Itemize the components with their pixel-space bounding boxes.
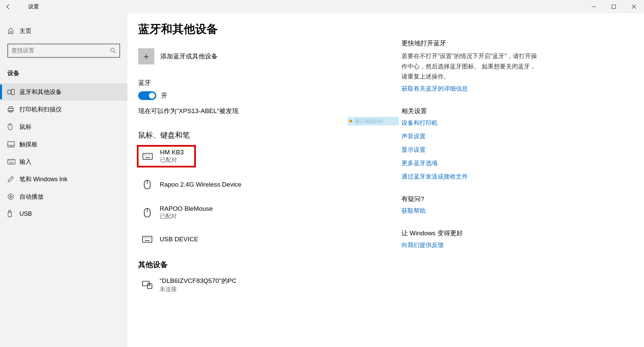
usb-icon — [7, 210, 19, 217]
sidebar: 主页 设备 蓝牙和其他设备打印机和扫描仪鼠标触摸板输入笔和 Windows In… — [0, 13, 127, 347]
sidebar-item-7[interactable]: USB — [0, 205, 127, 222]
device-name: USB DEVICE — [160, 236, 198, 243]
device-name: Rapoo 2.4G Wireless Device — [160, 181, 241, 188]
pc-icon — [141, 281, 154, 289]
help-panel: 更快地打开蓝牙 若要在不打开"设置"的情况下开启"蓝牙"，请打开操作中心，然后选… — [401, 21, 539, 347]
help-get-help-link[interactable]: 获取帮助 — [401, 207, 539, 215]
sidebar-item-label: 自动播放 — [19, 193, 44, 201]
svg-rect-5 — [11, 89, 14, 95]
keyboard-icon — [7, 159, 19, 164]
close-button[interactable] — [624, 0, 644, 13]
device-status: 已配对 — [160, 212, 213, 220]
section-other-devices: 其他设备 — [138, 260, 401, 270]
help-quick-open-header: 更快地打开蓝牙 — [401, 39, 539, 48]
add-device-label: 添加蓝牙或其他设备 — [160, 52, 218, 61]
related-link-3[interactable]: 更多蓝牙选项 — [401, 159, 539, 167]
sidebar-item-label: 蓝牙和其他设备 — [19, 88, 62, 96]
minimize-icon — [591, 4, 596, 9]
recording-dot-icon — [350, 120, 352, 122]
add-device-button[interactable]: ＋ — [138, 48, 154, 64]
sidebar-item-6[interactable]: 自动播放 — [0, 188, 127, 205]
window-controls — [584, 0, 644, 13]
search-box[interactable] — [7, 44, 120, 58]
sidebar-item-2[interactable]: 鼠标 — [0, 118, 127, 136]
content-area: 主页 设备 蓝牙和其他设备打印机和扫描仪鼠标触摸板输入笔和 Windows In… — [0, 13, 644, 347]
mouse-icon — [7, 123, 19, 131]
bluetooth-toggle-row: 开 — [138, 91, 401, 100]
sidebar-item-4[interactable]: 输入 — [0, 153, 127, 170]
device-item[interactable]: Rapoo 2.4G Wireless Device — [138, 176, 401, 193]
device-name: HM KB3 — [160, 149, 184, 156]
printer-icon — [7, 106, 19, 113]
help-bluetooth-details-link[interactable]: 获取有关蓝牙的详细信息 — [401, 85, 539, 93]
pen-icon — [7, 176, 19, 183]
svg-rect-1 — [612, 5, 616, 9]
sidebar-section-header: 设备 — [0, 67, 127, 83]
device-item[interactable]: USB DEVICE — [138, 232, 401, 246]
window-title: 设置 — [28, 3, 39, 10]
back-button[interactable] — [0, 0, 16, 13]
search-icon — [110, 48, 116, 54]
title-bar: 设置 — [0, 0, 644, 13]
search-input[interactable] — [11, 47, 110, 54]
svg-rect-4 — [8, 90, 11, 94]
mouse-icon — [141, 208, 154, 218]
device-status: 已配对 — [160, 156, 184, 164]
related-link-2[interactable]: 显示设置 — [401, 146, 539, 154]
bluetooth-label: 蓝牙 — [138, 79, 401, 87]
mouse-icon — [141, 180, 154, 190]
bluetooth-toggle[interactable] — [138, 91, 156, 100]
related-link-1[interactable]: 声音设置 — [401, 132, 539, 140]
minimize-button[interactable] — [584, 0, 604, 13]
svg-rect-21 — [9, 210, 11, 212]
sidebar-item-label: USB — [19, 210, 32, 217]
svg-point-20 — [8, 194, 13, 199]
help-quick-open-body: 若要在不打开"设置"的情况下开启"蓝牙"，请打开操作中心，然后选择蓝牙图标。 如… — [401, 51, 539, 82]
keyboard-icon — [141, 236, 154, 243]
device-item[interactable]: RAPOO BleMouse 已配对 — [138, 202, 401, 224]
help-better-header: 让 Windows 变得更好 — [401, 229, 539, 238]
discoverable-text: 现在可以作为"XPS13-ABEL"被发现 — [138, 107, 401, 115]
sidebar-item-3[interactable]: 触摸板 — [0, 136, 127, 153]
close-icon — [632, 4, 636, 9]
svg-point-2 — [111, 48, 114, 52]
screenshot-overlay-hint: 窗口截图(W) — [347, 117, 399, 126]
bluetooth-devices-icon — [7, 89, 19, 95]
section-mouse-keyboard-pen: 鼠标、键盘和笔 — [138, 130, 401, 140]
page-title: 蓝牙和其他设备 — [138, 21, 401, 37]
home-label: 主页 — [19, 27, 32, 35]
sidebar-item-label: 触摸板 — [19, 140, 38, 148]
back-arrow-icon — [5, 4, 11, 10]
home-icon — [7, 28, 19, 34]
add-device-row[interactable]: ＋ 添加蓝牙或其他设备 — [138, 48, 401, 64]
device-name: "DLB6IZVCF83Q570"的PC — [160, 277, 236, 285]
toggle-state-label: 开 — [161, 91, 167, 100]
svg-rect-7 — [9, 107, 12, 108]
svg-rect-14 — [8, 159, 15, 164]
home-nav[interactable]: 主页 — [0, 23, 127, 39]
sidebar-item-1[interactable]: 打印机和扫描仪 — [0, 101, 127, 118]
device-name: RAPOO BleMouse — [160, 205, 213, 212]
maximize-icon — [611, 4, 616, 9]
related-link-4[interactable]: 通过蓝牙发送或接收文件 — [401, 172, 539, 181]
sidebar-item-label: 输入 — [19, 158, 32, 166]
maximize-button[interactable] — [604, 0, 624, 13]
keyboard-icon — [141, 153, 154, 160]
device-item[interactable]: "DLB6IZVCF83Q570"的PC 未连接 — [138, 273, 401, 296]
device-item[interactable]: HM KB3 已配对 — [137, 145, 196, 167]
svg-line-3 — [114, 51, 115, 53]
autoplay-icon — [7, 193, 19, 200]
sidebar-item-label: 打印机和扫描仪 — [19, 105, 62, 113]
svg-rect-23 — [143, 153, 152, 159]
help-related-header: 相关设置 — [401, 107, 539, 115]
main-panel: 蓝牙和其他设备 ＋ 添加蓝牙或其他设备 蓝牙 开 现在可以作为"XPS13-AB… — [127, 13, 644, 347]
help-question-header: 有疑问? — [401, 195, 539, 203]
plus-icon: ＋ — [142, 50, 151, 63]
overlay-hint-text: 窗口截图(W) — [355, 118, 383, 125]
related-link-0[interactable]: 设备和打印机 — [401, 119, 539, 127]
svg-rect-33 — [143, 236, 152, 242]
sidebar-item-label: 鼠标 — [19, 123, 32, 131]
sidebar-item-0[interactable]: 蓝牙和其他设备 — [0, 83, 127, 101]
sidebar-item-5[interactable]: 笔和 Windows Ink — [0, 170, 127, 188]
help-feedback-link[interactable]: 向我们提供反馈 — [401, 241, 539, 249]
